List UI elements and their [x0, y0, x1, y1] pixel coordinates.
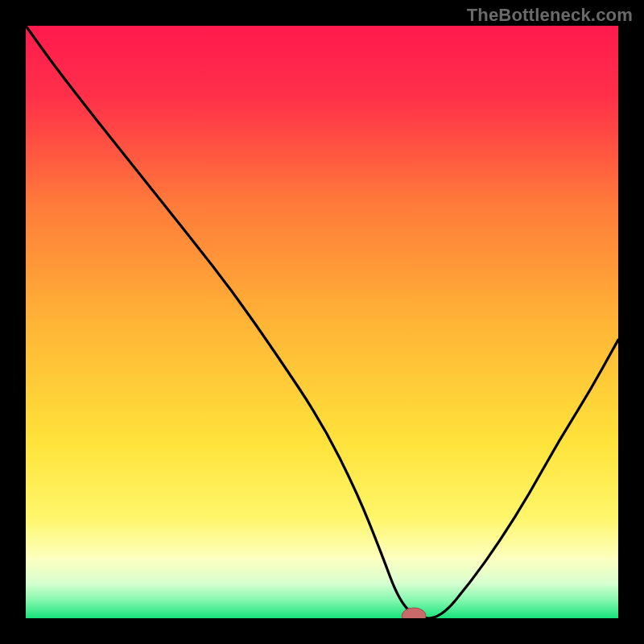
- frame-border: [0, 0, 26, 644]
- chart-frame: TheBottleneck.com: [0, 0, 644, 644]
- watermark-text: TheBottleneck.com: [467, 5, 633, 26]
- bottleneck-chart: [0, 0, 644, 644]
- frame-border: [0, 618, 644, 644]
- frame-border: [618, 0, 644, 644]
- plot-background: [26, 26, 618, 618]
